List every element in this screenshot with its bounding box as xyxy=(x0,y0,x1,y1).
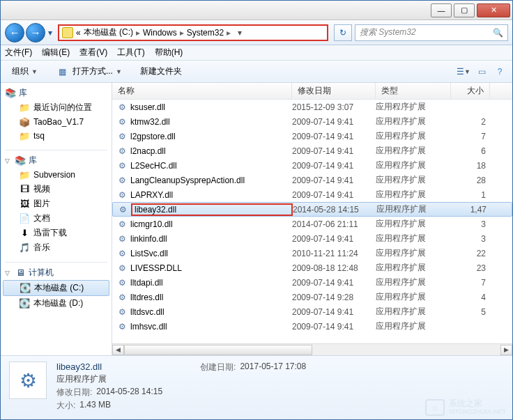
dll-icon: ⚙ xyxy=(117,204,128,215)
file-row[interactable]: ⚙LAPRXY.dll2009-07-14 9:41应用程序扩展1 xyxy=(112,187,512,202)
minimize-button[interactable]: — xyxy=(431,3,452,17)
sidebar-head-library[interactable]: 📚 库 xyxy=(1,86,112,100)
file-row[interactable]: ⚙linkinfo.dll2009-07-14 9:41应用程序扩展3 xyxy=(112,231,512,246)
new-folder-button[interactable]: 新建文件夹 xyxy=(135,63,187,79)
view-options-button[interactable]: ☰ ▼ xyxy=(457,65,470,79)
file-row[interactable]: ⚙lmhsvc.dll2009-07-14 9:41应用程序扩展 xyxy=(112,319,512,334)
file-row[interactable]: ⚙L2SecHC.dll2009-07-14 9:41应用程序扩展18 xyxy=(112,158,512,173)
search-input[interactable]: 搜索 System32 🔍 xyxy=(355,24,508,41)
watermark-logo: ⌂ xyxy=(425,399,445,416)
details-modified-label: 修改日期: xyxy=(56,387,92,398)
file-size: 5 xyxy=(451,307,486,317)
breadcrumb-windows[interactable]: Windows xyxy=(143,28,177,38)
collapse-icon: ▽ xyxy=(5,157,12,164)
dll-icon: ⚙ xyxy=(116,321,128,332)
file-row[interactable]: ⚙ksuser.dll2015-12-09 3:07应用程序扩展 xyxy=(112,100,512,114)
file-row[interactable]: ⚙ktmw32.dll2009-07-14 9:41应用程序扩展2 xyxy=(112,114,512,129)
file-size: 1,47 xyxy=(452,205,487,215)
menu-tools[interactable]: 工具(T) xyxy=(117,47,144,59)
file-type: 应用程序扩展 xyxy=(376,218,451,230)
chevron-right-icon: ▸ xyxy=(227,28,231,38)
recent-icon: 📁 xyxy=(19,102,30,114)
navbar: ← → ▾ « 本地磁盘 (C:) ▸ Windows ▸ System32 ▸… xyxy=(1,20,512,45)
file-row[interactable]: ⚙lltdres.dll2009-07-14 9:28应用程序扩展4 xyxy=(112,290,512,304)
horizontal-scrollbar[interactable]: ◀ ▶ xyxy=(112,343,512,355)
file-date: 2009-07-14 9:41 xyxy=(292,132,376,141)
col-name[interactable]: 名称 xyxy=(112,83,292,99)
maximize-button[interactable]: ▢ xyxy=(454,3,475,17)
details-size-value: 1.43 MB xyxy=(79,400,111,412)
scroll-left-button[interactable]: ◀ xyxy=(112,345,124,355)
file-list[interactable]: ⚙ksuser.dll2015-12-09 3:07应用程序扩展⚙ktmw32.… xyxy=(112,100,512,343)
dll-icon: ⚙ xyxy=(116,263,128,274)
file-row[interactable]: ⚙licmgr10.dll2014-07-06 21:11应用程序扩展3 xyxy=(112,217,512,231)
details-created-value: 2017-05-17 17:08 xyxy=(240,361,306,373)
toolbar: 组织 ▼ ▦ 打开方式... ▼ 新建文件夹 ☰ ▼ ▭ ? xyxy=(1,61,512,83)
sidebar-item-label: tsq xyxy=(33,131,45,141)
col-size[interactable]: 大小 xyxy=(451,83,490,99)
dll-icon: ⚙ xyxy=(116,306,128,318)
dll-icon: ⚙ xyxy=(116,292,128,303)
organize-button[interactable]: 组织 ▼ xyxy=(6,63,43,79)
dll-icon: ⚙ xyxy=(116,248,128,259)
sidebar-item-docs[interactable]: 📄文档 xyxy=(1,211,112,226)
file-size: 23 xyxy=(451,263,486,273)
close-button[interactable]: ✕ xyxy=(477,3,510,17)
menu-help[interactable]: 帮助(H) xyxy=(155,47,183,59)
window-buttons: — ▢ ✕ xyxy=(431,3,512,17)
scroll-right-button[interactable]: ▶ xyxy=(500,345,512,355)
refresh-button[interactable]: ↻ xyxy=(334,24,352,41)
nav-history-dropdown[interactable]: ▾ xyxy=(45,23,55,42)
toolbar-right: ☰ ▼ ▭ ? xyxy=(457,65,507,79)
sidebar-item-label: Subversion xyxy=(33,170,75,180)
menu-view[interactable]: 查看(V) xyxy=(79,47,107,59)
sidebar-item-subversion[interactable]: 📁Subversion xyxy=(1,168,112,182)
sidebar-head-library2[interactable]: ▽ 📚 库 xyxy=(1,153,112,168)
file-type: 应用程序扩展 xyxy=(376,189,451,201)
sidebar-head-computer[interactable]: ▽ 🖥 计算机 xyxy=(1,265,112,280)
scroll-track[interactable] xyxy=(124,345,500,355)
sidebar-item-taobao[interactable]: 📦 TaoBao_V1.7 xyxy=(1,115,112,129)
file-size: 7 xyxy=(451,278,486,288)
preview-pane-button[interactable]: ▭ xyxy=(475,65,489,79)
col-type[interactable]: 类型 xyxy=(376,83,451,99)
file-name: lltdapi.dll xyxy=(130,278,292,288)
forward-button[interactable]: → xyxy=(26,23,45,42)
file-row[interactable]: ⚙ListSvc.dll2010-11-21 11:24应用程序扩展22 xyxy=(112,246,512,260)
file-row[interactable]: ⚙LangCleanupSysprepAction.dll2009-07-14 … xyxy=(112,173,512,187)
breadcrumb-system32[interactable]: System32 xyxy=(187,28,224,38)
search-icon[interactable]: 🔍 xyxy=(493,28,503,38)
breadcrumb-c[interactable]: 本地磁盘 (C:) xyxy=(84,26,133,38)
file-name: lltdsvc.dll xyxy=(130,307,292,317)
menu-file[interactable]: 文件(F) xyxy=(5,47,32,59)
address-dropdown[interactable]: ▾ xyxy=(233,28,246,38)
dll-icon: ⚙ xyxy=(116,146,128,157)
sidebar-item-tsq[interactable]: 📁 tsq xyxy=(1,129,112,143)
file-row[interactable]: ⚙LIVESSP.DLL2009-08-18 12:48应用程序扩展23 xyxy=(112,260,512,275)
sidebar-item-drive-d[interactable]: 💽本地磁盘 (D:) xyxy=(1,296,112,311)
sidebar-item-recent[interactable]: 📁 最近访问的位置 xyxy=(1,100,112,115)
back-button[interactable]: ← xyxy=(5,23,24,42)
file-row[interactable]: ⚙lltdsvc.dll2009-07-14 9:41应用程序扩展5 xyxy=(112,304,512,319)
file-row[interactable]: ⚙l2gpstore.dll2009-07-14 9:41应用程序扩展7 xyxy=(112,129,512,143)
dll-icon: ⚙ xyxy=(116,233,128,244)
menu-edit[interactable]: 编辑(E) xyxy=(42,47,70,59)
sidebar-label: 计算机 xyxy=(29,267,54,279)
scroll-thumb[interactable] xyxy=(124,345,312,355)
open-with-button[interactable]: ▦ 打开方式... ▼ xyxy=(50,63,128,81)
sidebar-item-video[interactable]: 🎞视频 xyxy=(1,182,112,196)
file-row[interactable]: ⚙l2nacp.dll2009-07-14 9:41应用程序扩展6 xyxy=(112,143,512,158)
sidebar-item-pictures[interactable]: 🖼图片 xyxy=(1,196,112,211)
help-button[interactable]: ? xyxy=(493,65,507,79)
file-row[interactable]: ⚙lltdapi.dll2009-07-14 9:41应用程序扩展7 xyxy=(112,275,512,290)
file-type: 应用程序扩展 xyxy=(376,320,451,332)
drive-icon: 💽 xyxy=(20,283,31,294)
file-row[interactable]: ⚙libeay32.dll2014-05-28 14:15应用程序扩展1,47 xyxy=(112,202,512,217)
sidebar-item-music[interactable]: 🎵音乐 xyxy=(1,240,112,255)
file-name: lltdres.dll xyxy=(130,293,292,302)
col-date[interactable]: 修改日期 xyxy=(292,83,376,99)
sidebar-item-drive-c[interactable]: 💽本地磁盘 (C:) xyxy=(3,280,109,296)
address-bar[interactable]: « 本地磁盘 (C:) ▸ Windows ▸ System32 ▸ ▾ xyxy=(58,24,328,41)
new-folder-label: 新建文件夹 xyxy=(140,65,182,77)
sidebar-item-xunlei[interactable]: ⬇迅雷下载 xyxy=(1,226,112,240)
